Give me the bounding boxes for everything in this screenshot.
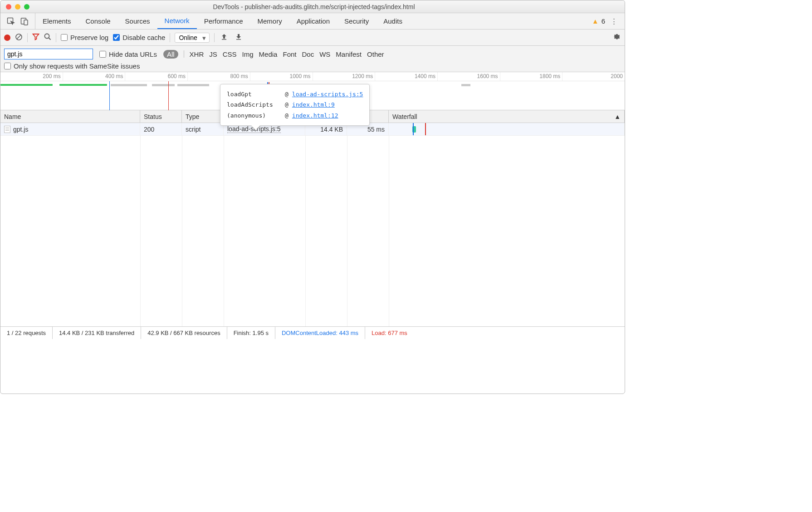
record-button[interactable] [4,34,10,41]
stack-link[interactable]: load-ad-scripts.js:5 [292,89,363,99]
tab-console[interactable]: Console [78,13,118,29]
samesite-label: Only show requests with SameSite issues [14,62,140,70]
tab-elements[interactable]: Elements [35,13,78,29]
stack-at: @ [285,89,289,99]
col-divider [182,136,182,326]
filter-input[interactable] [4,49,93,59]
col-divider [305,136,306,326]
sort-asc-icon: ▲ [614,113,621,120]
stack-link[interactable]: index.html:12 [292,110,338,121]
window-title: DevTools - publisher-ads-audits.glitch.m… [35,3,593,10]
hide-data-urls-label: Hide data URLs [109,50,157,58]
timeline-tick: 1000 ms [250,72,313,81]
timeline-tick: 800 ms [187,72,250,81]
timeline-tick: 600 ms [125,72,187,81]
filter-img[interactable]: Img [242,50,254,58]
col-waterfall-label: Waterfall [392,113,417,120]
disable-cache-checkbox[interactable]: Disable cache [113,34,165,41]
timeline-tick: 1800 ms [500,72,563,81]
filter-icon[interactable] [32,33,39,42]
status-load: Load: 677 ms [365,327,414,339]
timeline-tick: 1400 ms [375,72,437,81]
throttle-select[interactable]: Online [175,33,210,43]
tab-memory[interactable]: Memory [250,13,289,29]
filter-xhr[interactable]: XHR [190,50,204,58]
timeline-tick: 200 ms [0,72,63,81]
samesite-checkbox[interactable]: Only show requests with SameSite issues [4,62,140,70]
tab-network[interactable]: Network [157,13,197,29]
filter-font[interactable]: Font [283,50,296,58]
filter-media[interactable]: Media [259,50,278,58]
separator [56,33,56,42]
initiator-tooltip: loadGpt@load-ad-scripts.js:5 loadAdScrip… [220,84,370,126]
status-finish: Finish: 1.95 s [227,327,275,339]
timeline-tick: 1600 ms [437,72,500,81]
search-icon[interactable] [44,33,51,42]
minimize-window-button[interactable] [15,4,20,10]
load-line [168,81,169,110]
tab-sources[interactable]: Sources [118,13,157,29]
hide-data-urls-checkbox[interactable]: Hide data URLs [99,50,157,58]
settings-icon[interactable] [613,33,621,42]
timeline-bar [461,84,470,86]
tab-audits[interactable]: Audits [376,13,410,29]
main-tabbar: Elements Console Sources Network Perform… [0,13,625,30]
request-status: 200 [140,123,182,135]
close-window-button[interactable] [6,4,11,10]
clear-button[interactable] [15,33,23,42]
separator [27,33,28,42]
col-type[interactable]: Type [182,110,224,123]
col-waterfall[interactable]: Waterfall▲ [389,110,625,123]
filter-js[interactable]: JS [209,50,217,58]
svg-point-5 [45,34,49,39]
stack-fn: loadGpt [227,89,281,99]
filter-bar: Hide data URLs All XHR JS CSS Img Media … [0,46,625,72]
dcl-line [109,81,110,110]
col-divider [140,136,141,326]
file-icon [4,126,10,133]
tab-application[interactable]: Application [289,13,337,29]
warning-count[interactable]: 6 [602,17,605,25]
filter-css[interactable]: CSS [223,50,237,58]
svg-rect-2 [24,20,28,25]
device-toggle-icon[interactable] [18,15,31,28]
status-resources: 42.9 KB / 667 KB resources [141,327,227,339]
request-waterfall [389,123,625,135]
tab-performance[interactable]: Performance [197,13,250,29]
waterfall-dcl-line [413,123,414,135]
requests-table: Name Status Type Waterfall▲ gpt.js 200 s… [0,110,625,326]
filter-ws[interactable]: WS [319,50,330,58]
svg-line-4 [17,34,21,39]
col-divider [347,136,347,326]
timeline-bar [111,84,147,86]
col-divider [224,136,224,326]
separator [214,33,215,42]
col-status[interactable]: Status [140,110,182,123]
filter-doc[interactable]: Doc [302,50,314,58]
stack-at: @ [285,99,289,110]
filter-all[interactable]: All [163,50,178,59]
col-name[interactable]: Name [0,110,140,123]
timeline-bar [152,84,175,86]
stack-at: @ [285,110,289,121]
timeline-tick: 400 ms [63,72,125,81]
status-requests: 1 / 22 requests [0,327,53,339]
svg-rect-7 [222,39,226,40]
upload-har-icon[interactable] [219,34,229,41]
download-har-icon[interactable] [234,34,244,41]
timeline-segment [0,84,53,86]
filter-manifest[interactable]: Manifest [336,50,362,58]
more-menu-icon[interactable]: ⋮ [608,17,620,25]
separator [170,33,170,42]
stack-link[interactable]: index.html:9 [292,99,335,110]
inspect-element-icon[interactable] [4,15,18,28]
tab-security[interactable]: Security [337,13,376,29]
status-transferred: 14.4 KB / 231 KB transferred [53,327,141,339]
zoom-window-button[interactable] [24,4,29,10]
preserve-log-checkbox[interactable]: Preserve log [61,34,108,41]
stack-fn: loadAdScripts [227,99,281,110]
separator [184,50,184,58]
col-divider [389,136,389,326]
warning-icon[interactable]: ▲ [592,17,599,25]
filter-other[interactable]: Other [367,50,384,58]
